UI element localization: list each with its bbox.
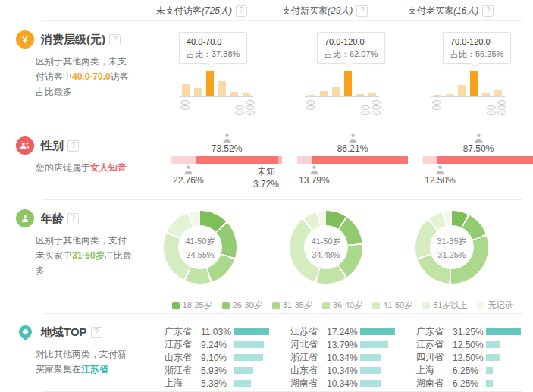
- legend-swatch: [172, 302, 180, 309]
- gender-stacked-bar[interactable]: [171, 156, 282, 164]
- region-bar[interactable]: [360, 380, 381, 387]
- help-icon[interactable]: ?: [67, 140, 79, 152]
- region-name: 广东省: [165, 325, 201, 338]
- female-figure: 73.52%: [171, 133, 282, 154]
- region-bar[interactable]: [234, 341, 264, 348]
- tooltip-range: 40.0-70.0: [187, 36, 240, 48]
- col-head-count: (16人): [453, 5, 478, 16]
- region-bar[interactable]: [360, 341, 388, 348]
- consumption-bar[interactable]: [494, 90, 502, 96]
- gender-chart-repeat-buyers: 87.50% 12.50%: [403, 127, 533, 200]
- help-icon[interactable]: ?: [67, 213, 79, 224]
- section-title: 消费层级(元): [41, 33, 105, 47]
- consumption-bar[interactable]: [446, 94, 453, 96]
- male-segment[interactable]: [297, 156, 312, 164]
- help-icon[interactable]: ?: [91, 327, 102, 338]
- help-icon[interactable]: ?: [356, 5, 368, 17]
- coin-stack-low: [180, 99, 190, 115]
- legend-swatch: [372, 302, 380, 309]
- region-row: 河北省13.79%: [290, 338, 396, 348]
- region-bar[interactable]: [234, 328, 269, 335]
- legend-swatch: [322, 302, 330, 309]
- coin-icon: [180, 100, 190, 105]
- desc-highlight: 江苏省: [81, 364, 108, 375]
- column-headers: 未支付访客(725人)? 支付新买家(29人)? 支付老买家(16人)?: [0, 0, 533, 21]
- coin-icon: [487, 111, 496, 115]
- male-segment[interactable]: [171, 156, 196, 164]
- consumption-bar[interactable]: [320, 91, 328, 96]
- male-segment[interactable]: [423, 156, 437, 164]
- region-list-unpaid: 广东省11.03%江苏省9.24%山东省9.10%浙江省5.93%上海5.38%: [152, 314, 277, 392]
- customer-analysis-panel: 未支付访客(725人)? 支付新买家(29人)? 支付老买家(16人)? ¥ 消…: [0, 0, 533, 392]
- consumption-bar[interactable]: [344, 71, 352, 96]
- region-bar[interactable]: [486, 367, 493, 374]
- unknown-label: [505, 165, 531, 191]
- section-title: 性别: [41, 139, 64, 153]
- consumption-bar[interactable]: [230, 92, 238, 96]
- coin-icon: [432, 105, 441, 110]
- consumption-bar[interactable]: [470, 71, 478, 96]
- coin-icon: [497, 100, 506, 105]
- coin-icon: [497, 111, 506, 115]
- consumption-bar[interactable]: [332, 87, 340, 96]
- male-figure: 22.76%: [173, 165, 204, 191]
- region-bar[interactable]: [486, 380, 493, 387]
- region-bar[interactable]: [486, 354, 500, 361]
- help-icon[interactable]: ?: [236, 5, 247, 17]
- consumption-bar[interactable]: [356, 94, 364, 96]
- consumption-bar[interactable]: [308, 95, 315, 96]
- bar-group: [431, 68, 505, 97]
- region-bar[interactable]: [234, 354, 263, 361]
- region-bar[interactable]: [486, 341, 500, 348]
- consumption-bar[interactable]: [368, 93, 376, 96]
- gender-stacked-bar[interactable]: [297, 156, 408, 164]
- consumption-bar[interactable]: [458, 85, 466, 96]
- female-segment[interactable]: [437, 156, 533, 164]
- help-icon[interactable]: ?: [482, 5, 494, 17]
- consumption-chart-repeat-buyers: 70.0-120.0 占比：56.25%: [403, 21, 533, 127]
- legend-item: 18-25岁: [172, 299, 212, 311]
- region-bar[interactable]: [360, 367, 381, 374]
- coin-stack: [497, 99, 506, 115]
- coin-stack-low: [306, 99, 315, 115]
- gender-stacked-bar[interactable]: [423, 156, 533, 164]
- age-donut-unpaid: 41-50岁 24.55%: [152, 200, 277, 290]
- female-icon: [221, 133, 233, 143]
- region-bar[interactable]: [234, 367, 253, 374]
- consumption-bar[interactable]: [194, 88, 202, 96]
- consumption-bar[interactable]: [206, 71, 214, 96]
- region-bar[interactable]: [234, 380, 251, 387]
- unknown-label: [379, 165, 405, 191]
- region-name: 山东省: [165, 351, 201, 364]
- region-name: 江苏省: [416, 338, 453, 351]
- region-row: 江苏省17.24%: [290, 325, 396, 335]
- col-head-label: 支付新买家: [282, 5, 328, 16]
- col-head-unpaid-visitors: 未支付访客(725人)?: [152, 5, 277, 17]
- region-percent: 11.03%: [201, 327, 234, 337]
- coin-icon: [372, 100, 381, 105]
- region-bar[interactable]: [486, 328, 521, 335]
- consumption-bar[interactable]: [243, 93, 250, 96]
- consumption-bar[interactable]: [482, 93, 490, 96]
- consumption-bar[interactable]: [434, 95, 441, 96]
- donut-center: 31-35岁 31.25%: [430, 225, 474, 269]
- legend-label: 无记录: [488, 299, 513, 311]
- coin-icon: [180, 105, 190, 110]
- female-segment[interactable]: [196, 156, 277, 164]
- region-list-repeat-buyers: 广东省31.25%江苏省12.50%四川省12.50%上海6.25%湖南省6.2…: [403, 314, 533, 392]
- coin-icon: [372, 111, 381, 115]
- consumption-bar[interactable]: [182, 84, 190, 96]
- region-percent: 6.25%: [453, 378, 486, 389]
- region-bar[interactable]: [360, 328, 395, 335]
- female-percent: 87.50%: [423, 143, 533, 154]
- region-bar[interactable]: [360, 354, 381, 361]
- coin-icon: [306, 100, 315, 105]
- region-percent: 10.34%: [327, 353, 360, 363]
- help-icon[interactable]: ?: [109, 34, 121, 45]
- female-segment[interactable]: [312, 156, 408, 164]
- col-head-label: 未支付访客: [156, 5, 202, 16]
- coin-stack-low: [432, 99, 441, 115]
- consumption-bar[interactable]: [218, 81, 226, 96]
- region-percent: 10.34%: [327, 365, 360, 376]
- region-name: 上海: [416, 364, 453, 377]
